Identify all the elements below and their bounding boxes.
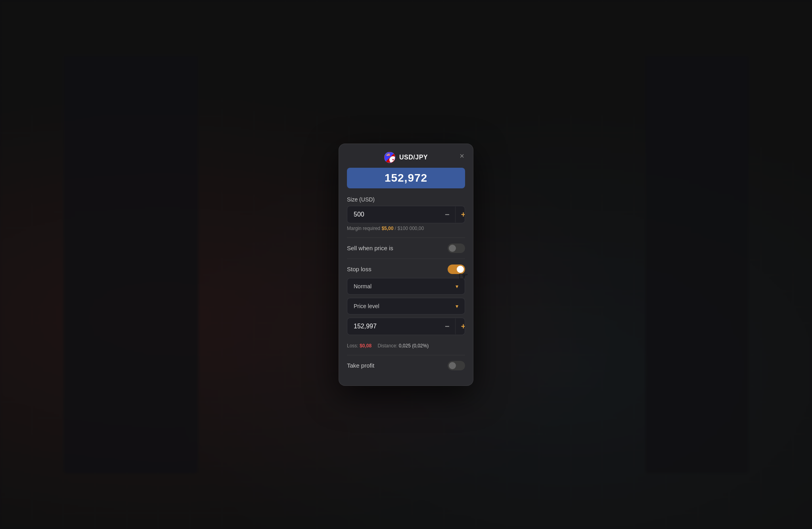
price-level-chevron-icon: ▾ [456,303,458,309]
chevron-down-icon: ▾ [456,283,458,289]
stop-loss-toggle[interactable] [448,264,465,274]
distance-value: 0,025 (0,02%) [399,343,429,349]
trading-modal: 🇺🇸 🇯🇵 USD/JPY × 152,972 Size (USD) − + M… [339,144,473,386]
price-level-dropdown[interactable]: Price level ▾ [347,298,465,314]
jpy-flag-icon: 🇯🇵 [389,156,395,163]
size-plus-button[interactable]: + [456,207,465,222]
price-display: 152,972 [347,168,465,188]
margin-info: Margin required $5,00 / $100 000,00 [347,226,465,231]
divider-1 [347,238,465,238]
price-value: 152,972 [385,172,427,184]
sell-when-label: Sell when price is [347,245,393,251]
stop-loss-plus-button[interactable]: + [456,318,465,334]
size-section: Size (USD) − + Margin required $5,00 / $… [339,196,473,231]
divider-2 [347,259,465,259]
sell-when-toggle[interactable] [448,243,465,253]
stop-loss-toggle-wrapper: ☞ [448,264,465,274]
stop-loss-minus-button[interactable]: − [439,318,456,334]
price-level-value: Price level [354,303,379,309]
close-button[interactable]: × [458,150,466,161]
stop-loss-type-dropdown[interactable]: Normal ▾ [347,278,465,295]
loss-label: Loss: [347,343,358,349]
stop-loss-input[interactable] [347,318,439,335]
stop-loss-value-section: − + [339,318,473,335]
loss-info: Loss: $0,08 Distance: 0,025 (0,02%) [339,341,473,352]
size-input[interactable] [347,206,439,223]
distance-label: Distance: [377,343,397,349]
usd-flag-icon: 🇺🇸 🇯🇵 [384,152,395,163]
stop-loss-label: Stop loss [347,266,372,272]
size-minus-button[interactable]: − [439,207,456,222]
take-profit-label: Take profit [347,362,374,369]
modal-header: 🇺🇸 🇯🇵 USD/JPY × [339,144,473,168]
size-label: Size (USD) [347,196,465,203]
stop-loss-row: Stop loss ☞ [339,262,473,276]
take-profit-row: Take profit [339,358,473,373]
size-input-row: − + [347,206,465,223]
stop-loss-input-row: − + [347,318,465,335]
take-profit-toggle[interactable] [448,361,465,370]
modal-title: USD/JPY [399,154,428,161]
sell-when-row: Sell when price is [339,241,473,255]
divider-3 [347,355,465,355]
stop-loss-type-value: Normal [354,283,372,289]
loss-value: $0,08 [360,343,372,349]
